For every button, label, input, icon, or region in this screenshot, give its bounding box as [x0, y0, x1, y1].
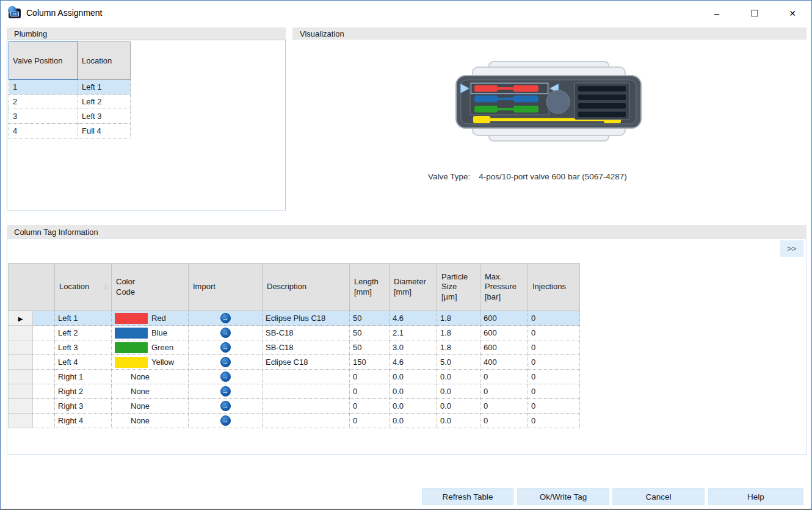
particle-size-cell[interactable]: 0.0: [437, 414, 480, 428]
particle-size-cell[interactable]: 1.8: [437, 340, 480, 355]
row-selector-cell[interactable]: [9, 414, 33, 428]
injections-cell[interactable]: 0: [528, 399, 580, 414]
max-pressure-cell[interactable]: 600: [480, 326, 528, 340]
minimize-button[interactable]: –: [698, 1, 736, 26]
import-button[interactable]: →: [220, 372, 231, 382]
import-button[interactable]: →: [220, 357, 231, 367]
diameter-cell[interactable]: 0.0: [390, 399, 437, 414]
row-selector-cell[interactable]: [9, 340, 33, 355]
particle-size-cell[interactable]: 0.0: [437, 384, 480, 399]
import-button[interactable]: →: [220, 401, 231, 411]
max-pressure-cell[interactable]: 0: [480, 399, 528, 414]
description-cell[interactable]: [263, 414, 350, 428]
particle-size-cell[interactable]: 0.0: [437, 399, 480, 414]
expand-columns-button[interactable]: >>: [780, 240, 803, 257]
column-tag-table[interactable]: Location△ Color Code Import Description …: [8, 263, 580, 428]
import-button[interactable]: →: [220, 342, 231, 353]
location-cell[interactable]: Right 4: [55, 414, 112, 428]
tag-header-length[interactable]: Length [mm]: [350, 264, 390, 311]
location-cell[interactable]: Left 1: [55, 311, 112, 326]
length-cell[interactable]: 50: [350, 311, 390, 326]
tag-row[interactable]: Right 3None→00.00.000: [9, 399, 580, 414]
import-button[interactable]: →: [220, 328, 231, 338]
location-cell[interactable]: Right 1: [55, 370, 112, 384]
length-cell[interactable]: 0: [350, 370, 390, 384]
import-button[interactable]: →: [220, 313, 231, 323]
max-pressure-cell[interactable]: 400: [480, 355, 528, 370]
description-cell[interactable]: [263, 399, 350, 414]
color-code-cell[interactable]: None: [112, 414, 189, 428]
row-selector-cell[interactable]: [9, 399, 33, 414]
length-cell[interactable]: 50: [350, 326, 390, 340]
location-cell[interactable]: Left 3: [78, 109, 131, 124]
plumbing-row[interactable]: 1Left 1: [9, 80, 131, 95]
diameter-cell[interactable]: 4.6: [390, 355, 437, 370]
injections-cell[interactable]: 0: [528, 414, 580, 428]
length-cell[interactable]: 50: [350, 340, 390, 355]
injections-cell[interactable]: 0: [528, 355, 580, 370]
tag-header-color-code[interactable]: Color Code: [112, 264, 189, 311]
row-selector-cell[interactable]: [9, 384, 33, 399]
color-code-cell[interactable]: Blue: [112, 326, 189, 340]
max-pressure-cell[interactable]: 600: [480, 311, 528, 326]
max-pressure-cell[interactable]: 0: [480, 370, 528, 384]
color-code-cell[interactable]: Green: [112, 340, 189, 355]
location-cell[interactable]: Left 3: [55, 340, 112, 355]
max-pressure-cell[interactable]: 0: [480, 384, 528, 399]
plumbing-header-valve-position[interactable]: Valve Position: [9, 42, 78, 80]
color-code-cell[interactable]: None: [112, 384, 189, 399]
description-cell[interactable]: [263, 384, 350, 399]
diameter-cell[interactable]: 3.0: [390, 340, 437, 355]
particle-size-cell[interactable]: 1.8: [437, 311, 480, 326]
tag-row[interactable]: Right 4None→00.00.000: [9, 414, 580, 428]
max-pressure-cell[interactable]: 0: [480, 414, 528, 428]
refresh-table-button[interactable]: Refresh Table: [422, 488, 513, 505]
location-cell[interactable]: Right 2: [55, 384, 112, 399]
description-cell[interactable]: Eclipse C18: [263, 355, 350, 370]
tag-header-description[interactable]: Description: [263, 264, 350, 311]
location-cell[interactable]: Full 4: [78, 124, 131, 138]
plumbing-row[interactable]: 3Left 3: [9, 109, 131, 124]
row-selector-cell[interactable]: [9, 326, 33, 340]
valve-position-cell[interactable]: 2: [9, 95, 78, 109]
import-button[interactable]: →: [220, 386, 231, 397]
diameter-cell[interactable]: 4.6: [390, 311, 437, 326]
location-cell[interactable]: Left 4: [55, 355, 112, 370]
close-button[interactable]: ✕: [774, 1, 811, 26]
plumbing-row[interactable]: 4Full 4: [9, 124, 131, 138]
tag-row[interactable]: Left 3Green→SB-C18503.01.86000: [9, 340, 580, 355]
color-code-cell[interactable]: Red: [112, 311, 189, 326]
injections-cell[interactable]: 0: [528, 384, 580, 399]
length-cell[interactable]: 0: [350, 384, 390, 399]
color-code-cell[interactable]: None: [112, 370, 189, 384]
tag-header-max-pressure[interactable]: Max. Pressure [bar]: [480, 264, 528, 311]
diameter-cell[interactable]: 2.1: [390, 326, 437, 340]
diameter-cell[interactable]: 0.0: [390, 370, 437, 384]
row-selector-cell[interactable]: [9, 370, 33, 384]
injections-cell[interactable]: 0: [528, 326, 580, 340]
description-cell[interactable]: [263, 370, 350, 384]
max-pressure-cell[interactable]: 600: [480, 340, 528, 355]
length-cell[interactable]: 150: [350, 355, 390, 370]
particle-size-cell[interactable]: 1.8: [437, 326, 480, 340]
row-selector-cell[interactable]: [9, 355, 33, 370]
description-cell[interactable]: Eclipse Plus C18: [263, 311, 350, 326]
particle-size-cell[interactable]: 0.0: [437, 370, 480, 384]
plumbing-table[interactable]: Valve Position Location 1Left 12Left 23L…: [9, 41, 131, 138]
valve-position-cell[interactable]: 3: [9, 109, 78, 124]
injections-cell[interactable]: 0: [528, 340, 580, 355]
tag-header-location[interactable]: Location△: [55, 264, 112, 311]
particle-size-cell[interactable]: 5.0: [437, 355, 480, 370]
location-cell[interactable]: Right 3: [55, 399, 112, 414]
cancel-button[interactable]: Cancel: [612, 488, 705, 505]
tag-row[interactable]: ▶Left 1Red→Eclipse Plus C18504.61.86000: [9, 311, 580, 326]
tag-header-diameter[interactable]: Diameter [mm]: [390, 264, 437, 311]
diameter-cell[interactable]: 0.0: [390, 384, 437, 399]
description-cell[interactable]: SB-C18: [263, 340, 350, 355]
diameter-cell[interactable]: 0.0: [390, 414, 437, 428]
color-code-cell[interactable]: Yellow: [112, 355, 189, 370]
valve-position-cell[interactable]: 4: [9, 124, 78, 138]
location-cell[interactable]: Left 2: [55, 326, 112, 340]
valve-position-cell[interactable]: 1: [9, 80, 78, 95]
tag-header-injections[interactable]: Injections: [528, 264, 580, 311]
